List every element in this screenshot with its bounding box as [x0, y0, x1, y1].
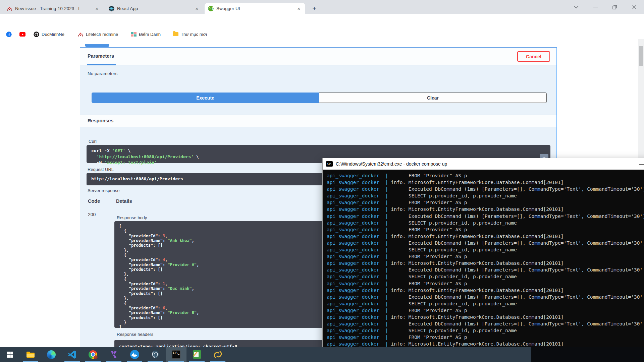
taskbar-edge[interactable]: [41, 347, 62, 362]
chrome-icon: [89, 350, 97, 359]
no-parameters-text: No parameters: [88, 71, 117, 76]
scrolled-opblock-fragment: [85, 44, 109, 47]
browser-tab-strip: New issue - Training-10-2023 - L × React…: [0, 0, 644, 14]
tab-close-icon[interactable]: ×: [296, 5, 302, 11]
bookmark-facebook[interactable]: f: [6, 31, 12, 38]
browser-toolbar: localhost:8080/swagger/index.html G: [0, 14, 644, 29]
responses-title: Responses: [88, 118, 113, 123]
bookmark-folder-thu-muc-moi[interactable]: Thư mục mới: [173, 31, 207, 38]
bookmark-lifetech-redmine[interactable]: Lifetech redmine: [78, 31, 118, 38]
curl-label: Curl: [89, 139, 97, 144]
screenshot-tool-icon: [193, 350, 201, 359]
tab-redmine[interactable]: New issue - Training-10-2023 - L ×: [3, 3, 103, 14]
taskbar-postgresql[interactable]: [145, 347, 166, 362]
cmd-console-icon: C:\_: [172, 350, 180, 359]
visual-studio-icon: [109, 350, 118, 359]
cmd-log-line: api_swagger_docker| Executed DbCommand (…: [327, 186, 644, 192]
window-maximize-button[interactable]: [611, 3, 618, 11]
taskbar-screenshot-tool[interactable]: [186, 347, 207, 362]
request-url-label: Request URL: [88, 167, 114, 172]
folder-icon: [173, 32, 178, 36]
taskbar-file-explorer[interactable]: [20, 347, 41, 362]
cmd-window[interactable]: C:\ C:\Windows\System32\cmd.exe - docker…: [322, 158, 644, 362]
windows-logo-icon: [7, 352, 13, 358]
youtube-icon: [19, 32, 25, 37]
cmd-log-line: api_swagger_docker| info: Microsoft.Enti…: [327, 233, 644, 240]
bookmark-youtube[interactable]: [19, 31, 25, 38]
parameters-header-row: Parameters Cancel: [80, 48, 556, 65]
details-column-header: Details: [116, 198, 132, 204]
github-icon: [34, 32, 39, 37]
tab-search-chevron-icon[interactable]: [573, 3, 580, 11]
cmd-log-line: api_swagger_docker| info: Microsoft.Enti…: [327, 179, 644, 186]
tab-close-icon[interactable]: ×: [194, 5, 200, 11]
cancel-button[interactable]: Cancel: [517, 51, 550, 62]
vscode-icon: [68, 350, 76, 359]
bookmark-diem-danh[interactable]: Điểm Danh: [131, 31, 161, 38]
tab-swagger-ui[interactable]: {·} Swagger UI ×: [205, 3, 305, 14]
swagger-favicon-icon: {·}: [208, 6, 214, 11]
navicat-icon: [213, 351, 222, 359]
taskbar-vscode[interactable]: [62, 347, 83, 362]
svg-text:{·}: {·}: [208, 7, 213, 10]
postgresql-icon: [151, 350, 160, 359]
tab-close-icon[interactable]: ×: [94, 5, 100, 11]
taskbar-chrome[interactable]: [83, 347, 103, 362]
responses-header-row: Responses: [80, 115, 556, 127]
taskbar-visual-studio[interactable]: [103, 347, 124, 362]
cmd-log-line: api_swagger_docker| FROM "Provider" AS p: [327, 280, 644, 287]
cmd-log-line: api_swagger_docker| SELECT p.provider_id…: [327, 327, 644, 334]
response-headers-label: Response headers: [117, 332, 153, 337]
cmd-output: api_swagger_docker| FROM "Provider" AS p…: [323, 170, 644, 362]
clear-button[interactable]: Clear: [319, 93, 547, 103]
svg-text:f: f: [8, 33, 10, 37]
bookmark-label: DucMinhNe: [42, 32, 64, 37]
system-tray: ENG 3:54 PM 10/27/2023 1: [531, 347, 644, 362]
parameters-tab[interactable]: Parameters: [88, 53, 114, 59]
response-body-label: Response body: [117, 215, 147, 220]
code-column-header: Code: [88, 198, 100, 204]
screen: New issue - Training-10-2023 - L × React…: [0, 0, 644, 362]
redmine-favicon-icon: [7, 6, 12, 11]
bookmark-label: Thư mục mới: [181, 32, 207, 37]
server-response-label: Server response: [88, 188, 119, 193]
status-code: 200: [88, 212, 96, 217]
tab-react-app[interactable]: React App ×: [105, 3, 203, 14]
window-minimize-button[interactable]: [592, 3, 599, 11]
bookmark-label: Lifetech redmine: [86, 32, 118, 37]
cmd-log-line: api_swagger_docker| FROM "Provider" AS p: [327, 199, 644, 206]
cmd-icon: C:\: [326, 161, 333, 167]
cmd-log-line: api_swagger_docker| FROM "Provider" AS p: [327, 307, 644, 314]
file-explorer-icon: [26, 351, 35, 358]
edge-icon: [47, 350, 56, 359]
taskbar-docker[interactable]: [124, 347, 145, 362]
execute-button[interactable]: Execute: [92, 93, 319, 103]
cmd-log-line: api_swagger_docker| info: Microsoft.Enti…: [327, 260, 644, 266]
attendance-icon: [131, 32, 137, 37]
cmd-log-line: api_swagger_docker| Executed DbCommand (…: [327, 266, 644, 273]
new-tab-button[interactable]: +: [310, 4, 319, 13]
react-favicon-icon: [109, 6, 114, 11]
cmd-log-line: api_swagger_docker| info: Microsoft.Enti…: [327, 314, 644, 320]
taskbar-navicat[interactable]: [207, 347, 228, 362]
cmd-log-line: api_swagger_docker| Executed DbCommand (…: [327, 213, 644, 220]
cmd-title-bar[interactable]: C:\ C:\Windows\System32\cmd.exe - docker…: [323, 158, 644, 170]
cmd-window-title: C:\Windows\System32\cmd.exe - docker com…: [336, 161, 447, 167]
scrollbar-thumb[interactable]: [639, 46, 643, 66]
cmd-log-line: api_swagger_docker| info: Microsoft.Enti…: [327, 341, 644, 347]
cmd-log-line: api_swagger_docker| SELECT p.provider_id…: [327, 273, 644, 280]
chrome-profile-badge: [94, 355, 98, 359]
tab-title: Swagger UI: [216, 6, 293, 11]
bookmark-github-ducminhne[interactable]: DucMinhNe: [34, 31, 64, 38]
cmd-log-line: api_swagger_docker| SELECT p.provider_id…: [327, 300, 644, 307]
cmd-log-line: api_swagger_docker| Executed DbCommand (…: [327, 320, 644, 327]
cmd-minimize-button[interactable]: —: [637, 159, 644, 168]
cmd-log-line: api_swagger_docker| info: Microsoft.Enti…: [327, 206, 644, 213]
cmd-log-line: api_swagger_docker| SELECT p.provider_id…: [327, 220, 644, 226]
window-close-button[interactable]: [631, 3, 638, 11]
start-button[interactable]: [0, 347, 20, 362]
tab-divider: [104, 5, 104, 12]
docker-icon: [130, 350, 139, 359]
taskbar-cmd-active[interactable]: C:\_: [166, 347, 186, 362]
cmd-log-line: api_swagger_docker| Executed DbCommand (…: [327, 240, 644, 246]
